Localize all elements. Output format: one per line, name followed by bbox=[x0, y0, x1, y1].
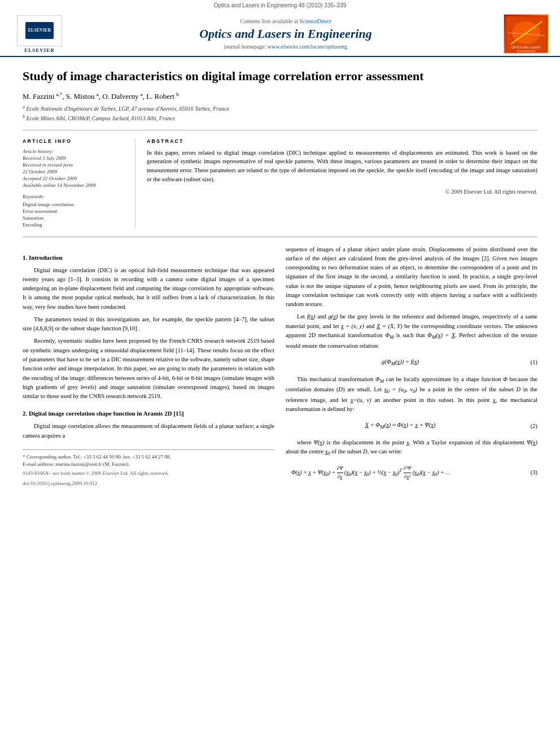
issn-line: 0143-8166/$ - see front matter © 2009 El… bbox=[23, 470, 274, 478]
equation-2-number: (2) bbox=[515, 422, 537, 431]
body-section: 1. Introduction Digital image correlatio… bbox=[23, 245, 537, 488]
article-title: Study of image characteristics on digita… bbox=[23, 68, 537, 85]
right-p2: This mechanical transformation ΦM can be… bbox=[286, 375, 537, 414]
journal-title-block: Contents lists available at ScienceDirec… bbox=[68, 18, 504, 50]
right-p1: sequence of images of a planar object un… bbox=[286, 245, 537, 351]
journal-cover-image: OPTICS AND LASERS IN ENGINEERING bbox=[504, 14, 549, 54]
elsevier-logo-img: ELSEVIER bbox=[17, 15, 62, 46]
email-address: E-mail address: marina.fazzini@enit.fr (… bbox=[23, 461, 274, 468]
svg-text:OPTICS AND LASERS: OPTICS AND LASERS bbox=[511, 46, 541, 49]
equation-1-content: g(ΦM(x)) = f(x) bbox=[286, 357, 515, 368]
elsevier-tree-svg: ELSEVIER bbox=[23, 19, 56, 42]
journal-top-label: Optics and Lasers in Engineering 48 (201… bbox=[0, 0, 560, 10]
affiliation-a: a Ecole Nationale d'Ingénieurs de Tarbes… bbox=[23, 104, 537, 112]
sciencedirect-link[interactable]: ScienceDirect bbox=[299, 18, 331, 24]
history-label: Article history: bbox=[23, 148, 126, 154]
svg-text:IN ENGINEERING: IN ENGINEERING bbox=[517, 50, 535, 53]
footnote-section: * Corresponding author. Tel.: +33 5 62 4… bbox=[23, 449, 274, 488]
equation-2-block: X = ΦM(x) ≈ Φ(x) = x + Ψ(x) (2) bbox=[286, 418, 537, 434]
abstract-header: ABSTRACT bbox=[147, 138, 537, 144]
journal-citation: Optics and Lasers in Engineering 48 (201… bbox=[214, 2, 347, 8]
journal-main-title: Optics and Lasers in Engineering bbox=[68, 27, 504, 41]
authors-line: M. Fazzini a,*, S. Mistou a, O. Dalverny… bbox=[23, 91, 537, 101]
divider-1 bbox=[23, 130, 537, 130]
elsevier-logo: ELSEVIER ELSEVIER bbox=[11, 15, 68, 53]
revised-label: Received in revised form bbox=[23, 162, 126, 168]
corresponding-author: * Corresponding author. Tel.: +33 5 62 4… bbox=[23, 453, 274, 461]
received-date: Received 3 July 2009 bbox=[23, 155, 126, 161]
copyright-notice: © 2009 Elsevier Ltd. All rights reserved… bbox=[147, 189, 537, 195]
elsevier-wordmark: ELSEVIER bbox=[24, 47, 55, 53]
section2-header: 2. Digital image correlation shape funct… bbox=[23, 409, 274, 418]
body-right-col: sequence of images of a planar object un… bbox=[286, 245, 537, 488]
equation-1-number: (1) bbox=[515, 358, 537, 367]
accepted-date: Accepted 22 October 2009 bbox=[23, 176, 126, 181]
article-content: Study of image characteristics on digita… bbox=[0, 57, 560, 499]
section1-header: 1. Introduction bbox=[23, 253, 274, 263]
keyword-3: Saturation bbox=[23, 215, 126, 221]
article-history: Article history: Received 3 July 2009 Re… bbox=[23, 148, 126, 188]
doi-line: doi:10.1016/j.optlaseng.2009.10.012 bbox=[23, 480, 274, 488]
article-info-header: ARTICLE INFO bbox=[23, 138, 126, 144]
keyword-2: Error assessment bbox=[23, 208, 126, 214]
affiliation-b: b Ecole Mines Albi, CROMeP, Campus Jarla… bbox=[23, 114, 537, 121]
page: Optics and Lasers in Engineering 48 (201… bbox=[0, 0, 560, 747]
equation-3-block: Φ(x) = x + Ψ(x0) + ∂Ψ ∂x (x0)(x − x0) + … bbox=[286, 462, 537, 483]
info-abstract-section: ARTICLE INFO Article history: Received 3… bbox=[23, 138, 537, 229]
equation-3-number: (3) bbox=[515, 465, 537, 477]
revised-date: 22 October 2009 bbox=[23, 169, 126, 174]
keywords-title: Keywords: bbox=[23, 194, 126, 199]
svg-text:ELSEVIER: ELSEVIER bbox=[28, 28, 51, 33]
abstract-col: ABSTRACT In this paper, errors related t… bbox=[147, 138, 537, 229]
article-info-col: ARTICLE INFO Article history: Received 3… bbox=[23, 138, 135, 229]
keywords-section: Keywords: Digital image correlation Erro… bbox=[23, 194, 126, 228]
equation-1-block: g(ΦM(x)) = f(x) (1) bbox=[286, 355, 537, 370]
divider-2 bbox=[23, 237, 537, 237]
homepage-url[interactable]: www.elsevier.com/locate/optlaseng bbox=[268, 43, 348, 50]
keyword-4: Encoding bbox=[23, 222, 126, 228]
section1-p1: Digital image correlation (DIC) is an op… bbox=[23, 266, 274, 401]
available-date: Available online 14 November 2009 bbox=[23, 182, 126, 188]
journal-banner: ELSEVIER ELSEVIER Contents lists availab… bbox=[0, 10, 560, 57]
equation-2-content: X = ΦM(x) ≈ Φ(x) = x + Ψ(x) bbox=[286, 421, 515, 431]
keyword-1: Digital image correlation bbox=[23, 202, 126, 207]
abstract-text: In this paper, errors related to digital… bbox=[147, 148, 537, 184]
body-left-col: 1. Introduction Digital image correlatio… bbox=[23, 245, 274, 488]
journal-homepage: journal homepage: www.elsevier.com/locat… bbox=[68, 43, 504, 50]
equation-3-content: Φ(x) = x + Ψ(x0) + ∂Ψ ∂x (x0)(x − x0) + … bbox=[286, 465, 515, 481]
section2-p1: Digital image correlation allows the mea… bbox=[23, 422, 274, 440]
right-p3: where Ψ(x) is the displacement in the po… bbox=[286, 438, 537, 458]
sciencedirect-label: Contents lists available at ScienceDirec… bbox=[68, 18, 504, 24]
